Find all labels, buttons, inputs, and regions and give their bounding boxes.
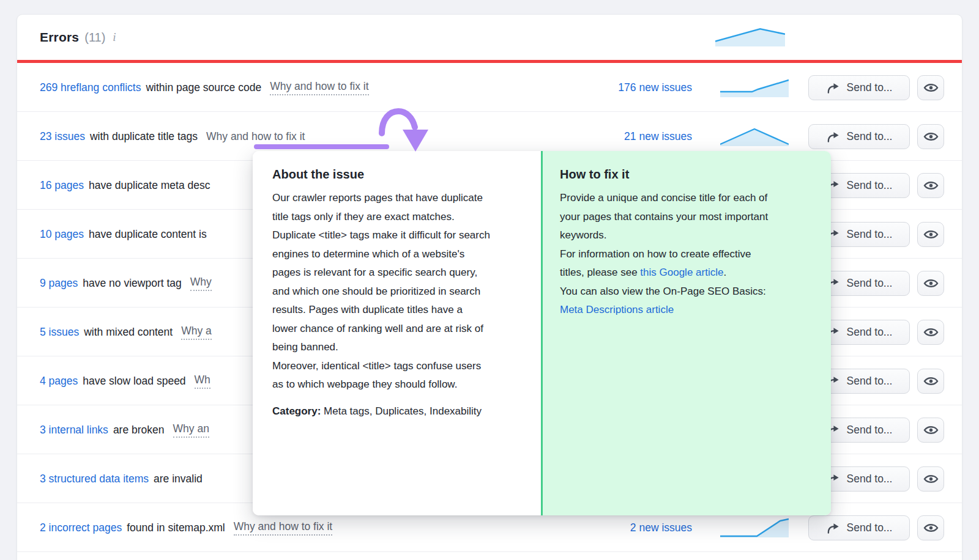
error-description: within page source code — [146, 81, 261, 94]
issue-trend-sparkline — [720, 77, 789, 98]
new-issues-link[interactable]: 176 new issues — [618, 63, 692, 112]
hide-issue-button[interactable] — [917, 222, 944, 247]
errors-title: Errors — [40, 30, 79, 45]
annotation-curved-arrow — [365, 103, 432, 156]
error-row-text: 4 pages have slow load speed Wh — [40, 356, 210, 405]
issue-info-popover: About the issue Our crawler reports page… — [253, 151, 831, 515]
error-row-text: 5 issues with mixed content Why a — [40, 308, 212, 356]
error-count-link[interactable]: 16 pages — [40, 179, 84, 192]
error-count-link[interactable]: 3 structured data items — [40, 473, 149, 485]
why-and-how-to-fix-link[interactable]: Why and how to fix it — [270, 80, 368, 95]
error-row-text: 16 pages have duplicate meta desc — [40, 161, 210, 210]
eye-icon — [923, 131, 939, 142]
about-the-issue-panel: About the issue Our crawler reports page… — [253, 151, 541, 515]
eye-icon — [923, 83, 939, 93]
error-count-link[interactable]: 4 pages — [40, 375, 78, 388]
eye-icon — [923, 523, 939, 533]
send-to-label: Send to... — [847, 521, 893, 534]
error-description: have duplicate content is — [89, 228, 207, 241]
site-audit-errors-panel: Errors (11) i 269 hreflang conflicts wit… — [0, 0, 979, 560]
about-paragraph-3: Moreover, identical <title> tags confuse… — [272, 357, 490, 394]
eye-icon — [923, 229, 939, 240]
error-count-link[interactable]: 5 issues — [40, 326, 79, 339]
share-arrow-icon — [826, 82, 840, 94]
error-row-text: 10 pages have duplicate content is — [40, 210, 207, 259]
error-description: are invalid — [154, 473, 203, 485]
hide-issue-button[interactable] — [917, 320, 944, 345]
category-label: Category: — [272, 405, 321, 417]
eye-icon — [923, 180, 939, 191]
send-to-label: Send to... — [847, 130, 893, 143]
send-to-button[interactable]: Send to... — [808, 124, 910, 149]
fix-heading: How to fix it — [560, 168, 814, 182]
error-description: have duplicate meta desc — [89, 179, 210, 192]
fix-paragraph-3: You can also view the On-Page SEO Basics… — [560, 282, 772, 320]
why-and-how-to-fix-link[interactable]: Why a — [181, 325, 212, 340]
issue-trend-sparkline — [720, 126, 789, 147]
hide-issue-button[interactable] — [917, 124, 944, 149]
category-line: Category: Meta tags, Duplicates, Indexab… — [272, 402, 490, 421]
errors-trend-sparkline — [715, 25, 785, 47]
issue-trend-sparkline — [720, 517, 789, 538]
send-to-label: Send to... — [847, 81, 893, 94]
error-row-text: 3 structured data items are invalid — [40, 454, 203, 503]
error-count-link[interactable]: 269 hreflang conflicts — [40, 81, 141, 94]
eye-icon — [923, 376, 939, 386]
eye-icon — [923, 327, 939, 337]
send-to-label: Send to... — [847, 179, 893, 192]
error-row: 269 hreflang conflicts within page sourc… — [17, 63, 962, 112]
send-to-label: Send to... — [847, 473, 893, 485]
why-and-how-to-fix-link[interactable]: Why and how to fix it — [234, 520, 332, 536]
error-description: found in sitemap.xml — [127, 521, 225, 534]
error-count-link[interactable]: 3 internal links — [40, 424, 108, 437]
error-count-link[interactable]: 2 incorrect pages — [40, 521, 122, 534]
error-description: with duplicate title tags — [90, 130, 198, 143]
how-to-fix-panel: How to fix it Provide a unique and conci… — [541, 151, 831, 515]
send-to-label: Send to... — [847, 424, 893, 437]
why-and-how-to-fix-link[interactable]: Why and how to fix it — [206, 130, 305, 143]
send-to-label: Send to... — [847, 277, 893, 290]
error-description: have slow load speed — [83, 375, 185, 388]
error-count-link[interactable]: 23 issues — [40, 130, 85, 143]
error-row-text: 3 internal links are broken Why an — [40, 405, 209, 454]
about-heading: About the issue — [272, 168, 520, 182]
error-description: are broken — [113, 424, 165, 437]
hide-issue-button[interactable] — [917, 418, 944, 443]
send-to-label: Send to... — [847, 228, 893, 241]
error-description: have no viewport tag — [83, 277, 182, 290]
error-description: with mixed content — [84, 326, 173, 339]
send-to-button[interactable]: Send to... — [808, 75, 910, 100]
send-to-button[interactable]: Send to... — [808, 515, 910, 540]
hide-issue-button[interactable] — [917, 75, 944, 100]
hide-issue-button[interactable] — [917, 369, 944, 394]
eye-icon — [923, 425, 939, 435]
fix-paragraph-1: Provide a unique and concise title for e… — [560, 189, 772, 245]
fix-paragraph-2: For information on how to create effecti… — [560, 245, 772, 282]
fix-p3-text: You can also view the On-Page SEO Basics… — [560, 286, 766, 297]
errors-count: (11) — [84, 31, 105, 45]
eye-icon — [923, 474, 939, 484]
meta-descriptions-article-link[interactable]: Meta Descriptions article — [560, 304, 674, 315]
error-row-text: 9 pages have no viewport tag Why — [40, 259, 212, 308]
error-count-link[interactable]: 9 pages — [40, 277, 78, 290]
error-row-text: 269 hreflang conflicts within page sourc… — [40, 63, 369, 112]
about-paragraph-1: Our crawler reports pages that have dupl… — [272, 189, 490, 226]
share-arrow-icon — [826, 522, 840, 534]
google-article-link[interactable]: this Google article — [640, 267, 723, 278]
hide-issue-button[interactable] — [917, 173, 944, 198]
hide-issue-button[interactable] — [917, 466, 944, 492]
hide-issue-button[interactable] — [917, 515, 944, 540]
about-paragraph-2: Duplicate <title> tags make it difficult… — [272, 226, 490, 357]
why-and-how-to-fix-link[interactable]: Why an — [173, 422, 209, 438]
share-arrow-icon — [826, 131, 840, 143]
send-to-label: Send to... — [847, 326, 893, 339]
fix-p2-period: . — [723, 267, 726, 278]
info-icon[interactable]: i — [111, 31, 117, 44]
errors-card-header: Errors (11) i — [17, 15, 962, 60]
why-and-how-to-fix-link[interactable]: Wh — [195, 374, 210, 389]
category-value: Meta tags, Duplicates, Indexability — [321, 405, 482, 417]
send-to-label: Send to... — [847, 375, 893, 388]
error-count-link[interactable]: 10 pages — [40, 228, 84, 241]
hide-issue-button[interactable] — [917, 271, 944, 296]
why-and-how-to-fix-link[interactable]: Why — [190, 276, 212, 291]
